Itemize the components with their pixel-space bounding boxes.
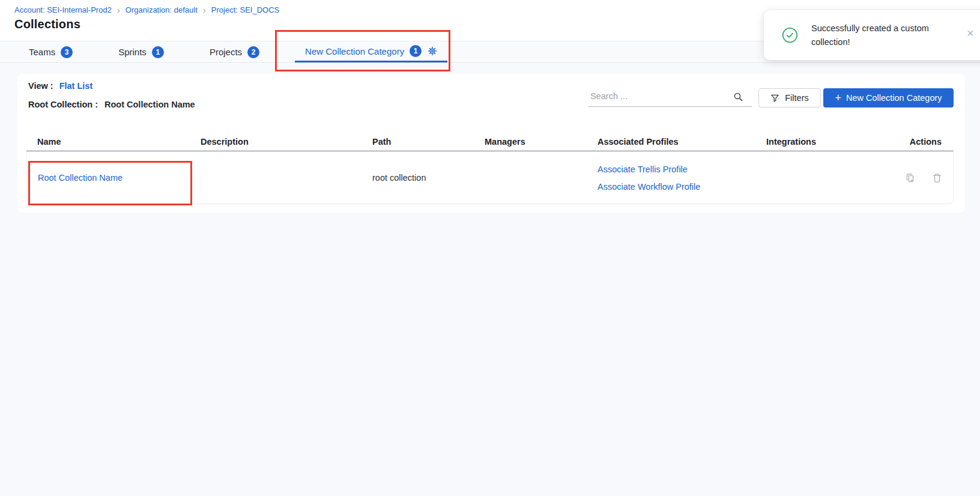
new-collection-category-button[interactable]: + New Collection Category [823, 88, 954, 107]
new-collection-category-label: New Collection Category [846, 93, 942, 103]
associate-trellis-profile-link[interactable]: Associate Trellis Profile [597, 165, 755, 174]
search-icon [733, 92, 743, 104]
count-badge: 3 [61, 46, 73, 58]
breadcrumb: Account: SEI-Internal-Prod2 › Organizati… [14, 5, 279, 14]
search-box [588, 87, 752, 107]
count-badge: 1 [152, 46, 164, 58]
chevron-right-icon: › [203, 6, 206, 14]
collections-table: Name Description Path Managers Associate… [26, 133, 954, 204]
breadcrumb-project[interactable]: Project: SEI_DOCS [211, 5, 279, 14]
column-header-description: Description [190, 137, 361, 147]
filters-button[interactable]: Filters [758, 88, 821, 107]
count-badge: 1 [410, 45, 422, 57]
view-label: View : [28, 81, 53, 91]
tab-teams[interactable]: Teams 3 [19, 41, 83, 62]
collection-name-cell: Root Collection Name [27, 173, 190, 183]
view-selector: View : Flat List [28, 81, 92, 91]
tab-projects[interactable]: Projects 2 [199, 41, 270, 62]
tab-label: New Collection Category [305, 46, 404, 56]
chevron-right-icon: › [117, 6, 120, 14]
count-badge: 2 [247, 46, 259, 58]
content-card: View : Flat List Root Collection : Root … [17, 74, 965, 213]
path-cell: root collection [361, 173, 474, 183]
breadcrumb-account[interactable]: Account: SEI-Internal-Prod2 [14, 5, 112, 14]
tab-label: Sprints [118, 47, 147, 57]
column-header-name: Name [26, 137, 190, 147]
plus-icon: + [835, 93, 841, 103]
funnel-icon [770, 94, 779, 103]
delete-icon[interactable] [932, 173, 942, 183]
actions-cell [893, 173, 953, 183]
root-collection-row: Root Collection : Root Collection Name [28, 100, 195, 109]
gear-icon[interactable] [428, 46, 437, 56]
close-icon[interactable]: × [967, 27, 974, 39]
tab-label: Projects [210, 47, 242, 57]
content-region: View : Flat List Root Collection : Root … [0, 64, 980, 496]
associated-profiles-cell: Associate Trellis Profile Associate Work… [587, 165, 755, 192]
page-title: Collections [14, 17, 80, 31]
column-header-managers: Managers [474, 137, 587, 147]
column-header-actions: Actions [893, 137, 954, 147]
column-header-path: Path [361, 137, 474, 147]
root-collection-label: Root Collection : [28, 100, 98, 109]
table-row: Root Collection Name root collection Ass… [27, 152, 953, 204]
tab-sprints[interactable]: Sprints 1 [108, 41, 174, 62]
success-check-icon [782, 27, 798, 43]
column-header-integrations: Integrations [755, 137, 893, 147]
associate-workflow-profile-link[interactable]: Associate Workflow Profile [597, 182, 755, 192]
copy-icon[interactable] [905, 173, 915, 183]
breadcrumb-organization[interactable]: Organization: default [126, 5, 198, 14]
collections-page: Account: SEI-Internal-Prod2 › Organizati… [0, 0, 980, 496]
filters-label: Filters [785, 93, 808, 103]
table-body: Root Collection Name root collection Ass… [26, 152, 954, 204]
toast-message: Successfully created a custom collection… [811, 22, 936, 49]
search-input[interactable] [588, 87, 729, 105]
success-toast: Successfully created a custom collection… [764, 10, 980, 60]
tab-label: Teams [29, 47, 55, 57]
column-header-associated-profiles: Associated Profiles [587, 137, 755, 147]
tab-new-collection-category[interactable]: New Collection Category 1 [295, 41, 447, 62]
flat-list-link[interactable]: Flat List [59, 81, 93, 91]
table-header: Name Description Path Managers Associate… [26, 133, 954, 152]
collection-name-link[interactable]: Root Collection Name [38, 173, 122, 183]
root-collection-value: Root Collection Name [104, 100, 195, 109]
